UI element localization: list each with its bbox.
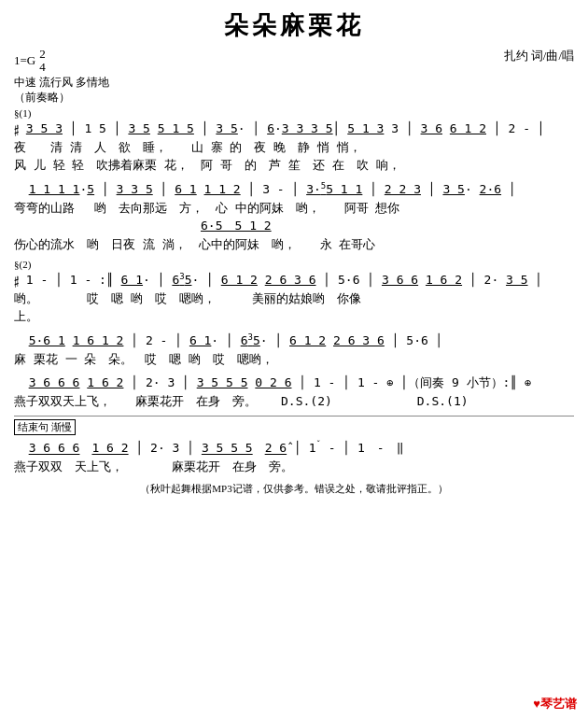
music-segment-ending: 3 6 6 6 1 6 2 │ 2· 3 │ 3 5 5 5 2 6̂ │ 1ˇ…: [14, 439, 574, 475]
notation-row-1: 𝄰 3 5 3 │ 1 5 │ 3 5 5 1 5 │ 3 5· │ 6·3 3…: [14, 120, 574, 138]
lyrics-row-4: 麻 栗花 一 朵 朵。 哎 嗯 哟 哎 嗯哟，: [14, 350, 574, 369]
lyrics-row-ending: 燕子双双 天上飞， 麻栗花开 在身 旁。: [14, 458, 574, 476]
notation-row-2b: 6·5 5 1 2: [14, 217, 574, 235]
lyrics-row-1: 夜 清 清 人 欲 睡， 山 寨 的 夜 晚 静 悄 悄，: [14, 138, 574, 157]
section1-label: §(1): [14, 107, 31, 119]
watermark: ♥琴艺谱: [533, 696, 577, 713]
footer-note: （秋叶起舞根据MP3记谱，仅供参考。错误之处，敬请批评指正。）: [14, 482, 574, 496]
music-segment-2: 1 1 1 1·5 │ 3 3 5 │ 6 1 1 1 2 │ 3 - │ 3·…: [14, 180, 574, 253]
notation-row-3: 𝄰 1 - │ 1 - :║ 6 1· │ 635· │ 6 1 2 2 6 3…: [14, 271, 574, 289]
lyrics-row-1b: 风 儿 轻 轻 吹拂着麻栗 花， 阿 哥 的 芦 笙 还 在 吹 响，: [14, 156, 574, 175]
notation-row-ending: 3 6 6 6 1 6 2 │ 2· 3 │ 3 5 5 5 2 6̂ │ 1ˇ…: [14, 439, 574, 458]
key-time: 1=G 2 4 中速 流行风 多情地 （前奏略）: [14, 48, 109, 106]
lyrics-row-2b: 伤心的流水 哟 日夜 流 淌， 心中的阿妹 哟， 永 在哥心: [14, 235, 574, 254]
title: 朵朵麻栗花: [14, 9, 574, 42]
music-segment-3: 𝄰 1 - │ 1 - :║ 6 1· │ 635· │ 6 1 2 2 6 3…: [14, 271, 574, 326]
time-signature: 2 4: [39, 48, 46, 75]
ending-label: 结束句 渐慢: [14, 419, 76, 435]
lyrics-row-2: 弯弯的山路 哟 去向那远 方， 心 中的阿妹 哟， 阿哥 想你: [14, 199, 574, 218]
key: 1=G: [14, 52, 35, 69]
notation-row-4: 5·6 1 1 6 1 2 │ 2 - │ 6 1· │ 635· │ 6 1 …: [14, 332, 574, 350]
section2-label: §(2): [14, 259, 31, 270]
notation-row-5: 3 6 6 6 1 6 2 │ 2· 3 │ 3 5 5 5 0 2 6 │ 1…: [14, 374, 574, 392]
music-segment-1: 𝄰 3 5 3 │ 1 5 │ 3 5 5 1 5 │ 3 5· │ 6·3 3…: [14, 120, 574, 175]
notation-row-2: 1 1 1 1·5 │ 3 3 5 │ 6 1 1 1 2 │ 3 - │ 3·…: [14, 180, 574, 199]
tempo: 中速 流行风 多情地: [14, 75, 109, 91]
music-segment-5: 3 6 6 6 1 6 2 │ 2· 3 │ 3 5 5 5 0 2 6 │ 1…: [14, 374, 574, 410]
lyrics-row-5: 燕子双双天上飞， 麻栗花开 在身 旁。 D.S.(2) D.S.(1): [14, 392, 574, 411]
lyrics-row-3: 哟。 哎 嗯 哟 哎 嗯哟， 美丽的姑娘哟 你像: [14, 289, 574, 308]
composer: 扎约 词/曲/唱: [504, 48, 574, 64]
section-divider: [14, 416, 574, 416]
lyrics-row-3b: 上。: [14, 307, 574, 326]
music-segment-4: 5·6 1 1 6 1 2 │ 2 - │ 6 1· │ 635· │ 6 1 …: [14, 332, 574, 368]
prelude: （前奏略）: [14, 90, 109, 106]
